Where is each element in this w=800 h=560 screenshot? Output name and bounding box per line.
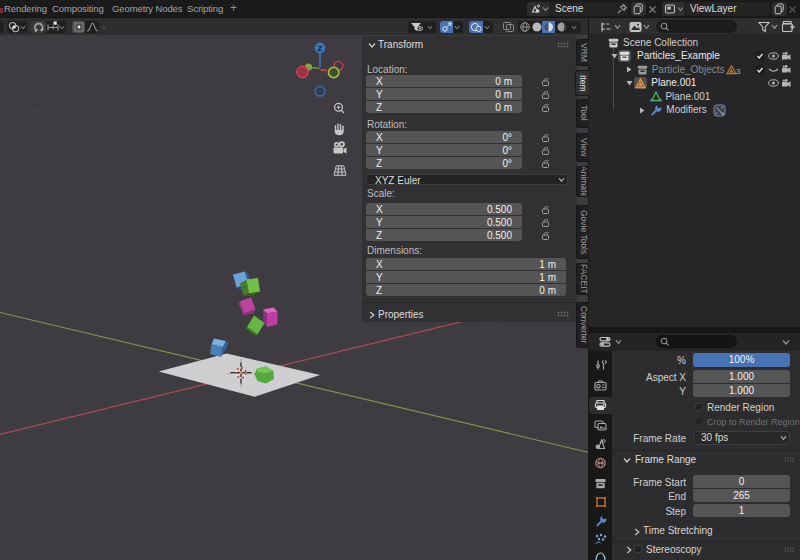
svg-text:Z: Z	[318, 44, 323, 53]
